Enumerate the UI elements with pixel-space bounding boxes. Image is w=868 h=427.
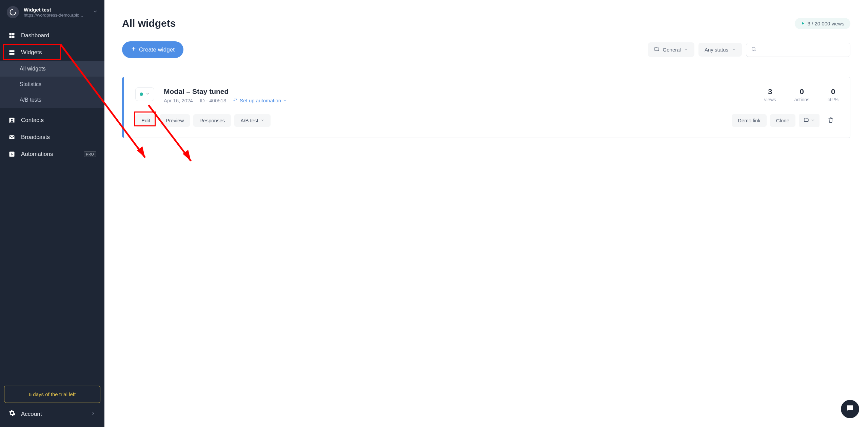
views-badge[interactable]: 3 / 20 000 views [795,18,850,29]
main-content: All widgets 3 / 20 000 views Create widg… [104,0,868,427]
svg-point-10 [752,47,755,50]
filter-label: Any status [705,47,728,53]
nav-ab-tests[interactable]: A/B tests [0,92,104,108]
clone-button[interactable]: Clone [770,114,795,127]
svg-rect-1 [12,33,15,36]
button-label: Create widget [139,46,175,53]
svg-marker-12 [137,146,145,158]
dashboard-icon [8,32,16,39]
search-box[interactable] [746,43,850,57]
svg-rect-2 [9,36,12,38]
stat-actions-value: 0 [794,87,809,96]
gear-icon [9,410,16,418]
project-title: Widget test [24,7,88,13]
stat-ctr-label: ctr % [828,97,839,102]
stat-views-label: views [764,97,776,102]
nav-all-widgets[interactable]: All widgets [0,61,104,77]
nav-automations[interactable]: Automations PRO [0,146,104,163]
chevron-down-icon [732,47,736,53]
stat-actions-label: actions [794,97,809,102]
move-folder-button[interactable] [799,114,820,127]
preview-button[interactable]: Preview [160,114,190,127]
delete-button[interactable] [823,114,839,127]
status-filter[interactable]: Any status [698,43,742,57]
button-label: A/B test [240,118,258,123]
chevron-down-icon [146,91,150,97]
nav-statistics[interactable]: Statistics [0,77,104,92]
chat-icon [846,404,854,414]
nav-widgets-submenu: All widgets Statistics A/B tests [0,61,104,108]
svg-point-7 [11,119,13,121]
contacts-icon [8,117,16,124]
svg-rect-3 [12,36,15,38]
page-title: All widgets [122,18,176,29]
chevron-down-icon [811,118,815,123]
project-selector[interactable]: Widget test https://wordpress-demo.apic… [0,0,104,24]
nav: Dashboard Widgets All widgets Statistics… [0,27,104,382]
sidebar: Widget test https://wordpress-demo.apic…… [0,0,104,427]
widget-id: ID - 400513 [200,98,226,103]
responses-button[interactable]: Responses [193,114,231,127]
annotation-highlight-widgets [3,44,61,60]
folder-icon [654,46,659,53]
nav-label: Dashboard [21,32,49,39]
automation-icon [233,98,238,103]
project-url: https://wordpress-demo.apic… [24,13,85,18]
create-widget-button[interactable]: Create widget [122,41,183,58]
widget-stats: 3 views 0 actions 0 ctr % [764,87,839,102]
annotation-highlight-edit [134,111,156,126]
link-label: Set up automation [240,98,281,103]
nav-contacts[interactable]: Contacts [0,112,104,129]
play-icon [801,21,805,26]
nav-broadcasts[interactable]: Broadcasts [0,129,104,146]
widget-status-toggle[interactable] [135,87,154,101]
svg-rect-0 [9,33,12,36]
status-dot-active [140,93,143,96]
views-text: 3 / 20 000 views [808,21,844,26]
broadcasts-icon [8,134,16,141]
chat-fab[interactable] [841,400,859,418]
nav-label: Account [21,411,42,418]
svg-marker-14 [183,150,191,161]
search-icon [751,46,756,53]
widget-card: Modal – Stay tuned Apr 16, 2024 ID - 400… [122,77,850,138]
nav-label: Contacts [21,117,44,124]
chevron-down-icon [260,118,264,123]
demo-link-button[interactable]: Demo link [732,114,767,127]
automations-icon [8,150,16,158]
ab-test-button[interactable]: A/B test [234,114,271,127]
nav-dashboard[interactable]: Dashboard [0,27,104,44]
widget-date: Apr 16, 2024 [164,98,193,103]
nav-label: Broadcasts [21,134,50,141]
filter-label: General [663,47,681,53]
trash-icon [828,119,834,124]
search-input[interactable] [760,47,845,53]
chevron-down-icon [283,98,287,103]
pro-badge: PRO [84,151,96,157]
chevron-right-icon [91,411,96,418]
trial-notice[interactable]: 6 days of the trial left [4,386,100,403]
setup-automation-link[interactable]: Set up automation [233,98,287,103]
folder-filter[interactable]: General [648,42,694,57]
nav-label: Automations [21,151,53,158]
plus-icon [131,46,136,53]
chevron-down-icon [684,47,688,53]
nav-account[interactable]: Account [4,403,100,423]
project-logo [7,6,19,18]
widget-title[interactable]: Modal – Stay tuned [164,87,755,96]
stat-views-value: 3 [764,87,776,96]
folder-icon [804,117,809,124]
stat-ctr-value: 0 [828,87,839,96]
chevron-down-icon [93,9,98,15]
